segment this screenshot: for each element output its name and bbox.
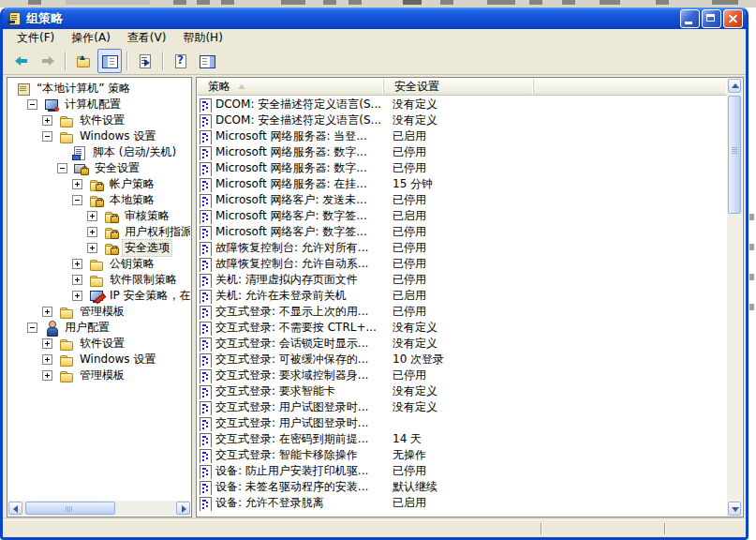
tree-item-software-settings-user[interactable]: 软件设置 <box>8 336 190 352</box>
title-bar[interactable]: 组策略 <box>3 8 746 29</box>
policy-row[interactable]: DCOM: 安全描述符定义语言(S...没有定义 <box>198 112 727 128</box>
policy-row[interactable]: Microsoft 网络客户: 发送未...已停用 <box>198 192 727 208</box>
toolbar-button-show-hide-action-pane[interactable] <box>195 49 219 73</box>
scroll-up-button[interactable] <box>728 79 741 93</box>
policy-name-cell: 交互式登录: 要求域控制器身... <box>198 368 384 383</box>
menu-view[interactable]: 查看(V) <box>119 29 175 47</box>
policy-row[interactable]: 关机: 允许在未登录前关机已启用 <box>198 288 727 304</box>
toolbar-button-back[interactable] <box>9 49 34 73</box>
expand-plus-icon[interactable] <box>42 354 52 365</box>
policy-row[interactable]: Microsoft 网络服务器: 数字...已停用 <box>198 144 727 160</box>
folder-icon <box>59 129 74 144</box>
scroll-right-button[interactable] <box>176 502 190 515</box>
policy-row[interactable]: 故障恢复控制台: 允许自动系...已停用 <box>198 256 727 272</box>
tree-item-scripts[interactable]: 脚本 (启动/关机) <box>8 144 190 160</box>
policy-name-cell: Microsoft 网络客户: 数字签... <box>198 224 384 240</box>
close-button[interactable] <box>723 9 743 28</box>
tree-item-admin-templates-user[interactable]: 管理模板 <box>8 368 190 383</box>
menu-help[interactable]: 帮助(H) <box>174 29 230 47</box>
policy-item-icon <box>199 193 214 208</box>
scroll-down-button[interactable] <box>728 502 741 516</box>
tree-item-software-settings-computer[interactable]: 软件设置 <box>8 112 190 128</box>
menu-file[interactable]: 文件(F) <box>8 29 63 47</box>
tree-item-label[interactable]: 管理模板 <box>77 367 127 384</box>
collapse-minus-icon[interactable] <box>27 99 37 110</box>
expand-plus-icon[interactable] <box>72 259 82 269</box>
policy-row[interactable]: 交互式登录: 用户试图登录时...没有定义 <box>198 399 727 415</box>
policy-row[interactable]: Microsoft 网络服务器: 当登...已启用 <box>198 128 727 144</box>
tree-item-audit-policy[interactable]: 审核策略 <box>8 208 190 224</box>
expand-plus-icon[interactable] <box>87 227 97 237</box>
menu-action[interactable]: 操作(A) <box>63 29 119 47</box>
folder-lock-icon <box>104 241 119 256</box>
scroll-track[interactable] <box>728 94 741 501</box>
column-header-policy[interactable]: 策略 <box>198 79 384 95</box>
expand-plus-icon[interactable] <box>72 291 82 301</box>
security-setting-cell: 10 次登录 <box>384 352 444 368</box>
tree-item-windows-settings-user[interactable]: Windows 设置 <box>8 352 190 368</box>
policy-row[interactable]: 交互式登录: 要求智能卡没有定义 <box>198 383 727 399</box>
policy-row[interactable]: 设备: 未签名驱动程序的安装...默认继续 <box>198 479 727 495</box>
tree-item-security-settings[interactable]: 安全设置 <box>8 160 190 176</box>
tree-item-account-policies[interactable]: 帐户策略 <box>8 176 190 192</box>
policy-row[interactable]: 交互式登录: 在密码到期前提...14 天 <box>198 431 727 447</box>
tree-item-ip-security-policies[interactable]: IP 安全策略，在 <box>8 288 190 304</box>
policy-item-icon <box>199 273 214 288</box>
expand-plus-icon[interactable] <box>42 338 52 349</box>
policy-row[interactable]: 设备: 允许不登录脱离已启用 <box>198 495 727 511</box>
policy-row[interactable]: 交互式登录: 可被缓冲保存的...10 次登录 <box>198 352 727 368</box>
collapse-minus-icon[interactable] <box>72 195 82 205</box>
tree-item-windows-settings-computer[interactable]: Windows 设置 <box>8 128 190 144</box>
policy-row[interactable]: 设备: 防止用户安装打印机驱...已停用 <box>198 463 727 479</box>
scroll-thumb[interactable] <box>25 502 115 515</box>
expand-plus-icon[interactable] <box>42 370 52 381</box>
expand-plus-icon[interactable] <box>87 211 97 221</box>
policy-name: DCOM: 安全描述符定义语言(S... <box>215 112 381 128</box>
policy-name-cell: Microsoft 网络服务器: 在挂... <box>198 176 384 192</box>
minimize-button[interactable] <box>680 9 700 28</box>
policy-row[interactable]: 交互式登录: 不需要按 CTRL+...没有定义 <box>198 320 727 336</box>
tree-horizontal-scrollbar[interactable] <box>8 501 190 516</box>
tree-item-admin-templates-computer[interactable]: 管理模板 <box>8 304 190 320</box>
tree-item-root[interactable]: “本地计算机” 策略 <box>8 81 190 97</box>
expand-plus-icon[interactable] <box>72 179 82 189</box>
toolbar-button-export-list[interactable] <box>133 49 157 73</box>
policy-row[interactable]: Microsoft 网络服务器: 数字...已停用 <box>198 160 727 176</box>
expand-plus-icon[interactable] <box>42 307 52 317</box>
tree-item-user-config[interactable]: 用户配置 <box>8 320 190 336</box>
security-setting-cell: 已启用 <box>384 288 426 304</box>
policy-row[interactable]: Microsoft 网络客户: 数字签...已停用 <box>198 224 727 240</box>
policy-row[interactable]: Microsoft 网络服务器: 在挂...15 分钟 <box>198 176 727 192</box>
tree-item-local-policies[interactable]: 本地策略 <box>8 192 190 208</box>
tree-item-public-key-policies[interactable]: 公钥策略 <box>8 256 190 272</box>
policy-row[interactable]: 关机: 清理虚拟内存页面文件已停用 <box>198 272 727 288</box>
expand-plus-icon[interactable] <box>87 243 97 253</box>
column-header-setting[interactable]: 安全设置 <box>384 79 534 95</box>
toolbar-button-help[interactable] <box>169 49 193 73</box>
collapse-minus-icon[interactable] <box>42 131 52 142</box>
policy-row[interactable]: DCOM: 安全描述符定义语言(S...没有定义 <box>198 97 727 112</box>
maximize-button[interactable] <box>702 9 721 28</box>
toolbar-button-show-hide-console-tree[interactable] <box>97 49 122 73</box>
tree-item-software-restriction-policies[interactable]: 软件限制策略 <box>8 272 190 288</box>
tree-item-user-rights-assignment[interactable]: 用户权利指派 <box>8 224 190 240</box>
policy-row[interactable]: 交互式登录: 智能卡移除操作无操作 <box>198 447 727 463</box>
scroll-track[interactable] <box>23 502 175 515</box>
scroll-thumb[interactable] <box>728 96 741 214</box>
expand-plus-icon[interactable] <box>42 115 52 126</box>
collapse-minus-icon[interactable] <box>57 163 67 173</box>
policy-row[interactable]: 交互式登录: 要求域控制器身...已停用 <box>198 368 727 383</box>
list-vertical-scrollbar[interactable] <box>727 79 742 516</box>
policy-row[interactable]: 交互式登录: 会话锁定时显示...没有定义 <box>198 336 727 352</box>
policy-row[interactable]: 交互式登录: 不显示上次的用...已停用 <box>198 304 727 320</box>
tree-item-security-options[interactable]: 安全选项 <box>8 240 190 256</box>
collapse-minus-icon[interactable] <box>27 322 37 333</box>
expand-plus-icon[interactable] <box>72 275 82 285</box>
policy-row[interactable]: 故障恢复控制台: 允许对所有...已停用 <box>198 240 727 256</box>
scroll-left-button[interactable] <box>8 502 22 515</box>
policy-row[interactable]: 交互式登录: 用户试图登录时... <box>198 415 727 431</box>
toolbar-button-up-one-level[interactable] <box>71 49 96 73</box>
security-setting-cell: 已停用 <box>384 144 426 160</box>
policy-row[interactable]: Microsoft 网络客户: 数字签...已启用 <box>198 208 727 224</box>
tree-item-computer-config[interactable]: 计算机配置 <box>8 97 190 112</box>
